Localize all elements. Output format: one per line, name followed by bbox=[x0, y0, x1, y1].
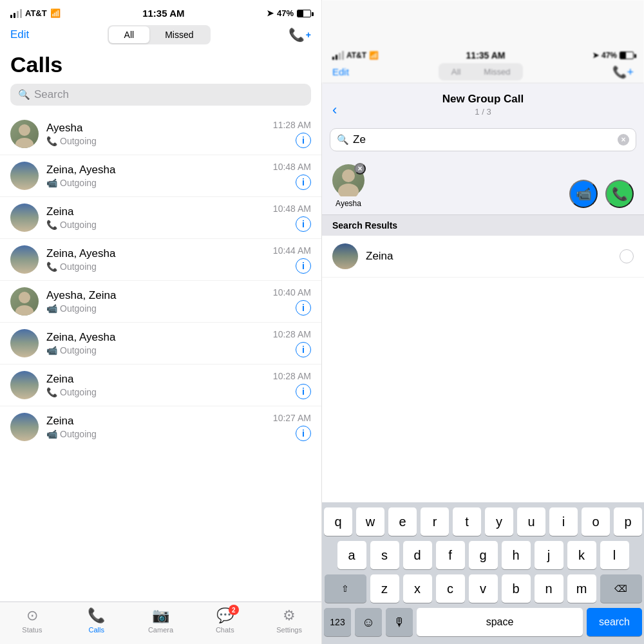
call-type: 📹 Outgoing bbox=[46, 429, 265, 439]
selected-contact-name: Ayesha bbox=[336, 199, 361, 208]
search-key[interactable]: search bbox=[587, 608, 642, 636]
audio-call-button[interactable]: 📞 bbox=[605, 180, 634, 208]
call-direction: Outgoing bbox=[60, 303, 97, 314]
call-time: 11:28 AM bbox=[273, 120, 311, 130]
edit-button[interactable]: Edit bbox=[10, 28, 29, 41]
key-g[interactable]: g bbox=[469, 541, 498, 569]
video-call-icon: 📹 bbox=[576, 186, 592, 202]
call-meta: 10:44 AM i bbox=[273, 245, 311, 274]
key-m[interactable]: m bbox=[567, 574, 596, 603]
info-button[interactable]: i bbox=[296, 300, 311, 316]
tab-calls[interactable]: 📞 Calls bbox=[64, 607, 129, 634]
call-time: 10:40 AM bbox=[273, 287, 311, 298]
table-row: Zeina 📞 Outgoing 10:48 AM i bbox=[0, 197, 321, 239]
key-l[interactable]: l bbox=[600, 541, 629, 569]
contact-name: Zeina, Ayesha bbox=[46, 247, 265, 260]
info-button[interactable]: i bbox=[296, 133, 311, 148]
wifi-icon: 📶 bbox=[50, 8, 61, 18]
info-button[interactable]: i bbox=[296, 258, 311, 274]
call-info: Zeina, Ayesha 📹 Outgoing bbox=[46, 331, 265, 355]
key-j[interactable]: j bbox=[535, 541, 564, 569]
key-b[interactable]: b bbox=[502, 574, 531, 603]
search-icon: 🔍 bbox=[18, 89, 30, 100]
key-d[interactable]: d bbox=[403, 541, 432, 569]
mic-key[interactable]: 🎙 bbox=[386, 608, 413, 636]
key-f[interactable]: f bbox=[436, 541, 465, 569]
key-r[interactable]: r bbox=[421, 507, 449, 536]
call-info: Zeina 📹 Outgoing bbox=[46, 415, 265, 439]
status-icon: ⊙ bbox=[26, 607, 38, 624]
calls-list: Ayesha 📞 Outgoing 11:28 AM i Zeina, Ayes… bbox=[0, 113, 321, 601]
call-info: Zeina 📞 Outgoing bbox=[46, 205, 265, 230]
key-o[interactable]: o bbox=[582, 507, 610, 536]
key-e[interactable]: e bbox=[388, 507, 417, 536]
call-type: 📞 Outgoing bbox=[46, 220, 265, 230]
select-contact-radio[interactable] bbox=[620, 249, 634, 263]
key-x[interactable]: x bbox=[403, 574, 432, 603]
table-row: Ayesha 📞 Outgoing 11:28 AM i bbox=[0, 113, 321, 155]
battery-icon bbox=[297, 10, 311, 17]
key-v[interactable]: v bbox=[469, 574, 498, 603]
key-p[interactable]: p bbox=[614, 507, 642, 536]
tab-settings[interactable]: ⚙ Settings bbox=[257, 607, 321, 634]
key-y[interactable]: y bbox=[485, 507, 513, 536]
blur-status-bar: AT&T 📶 11:35 AM ➤ 47% bbox=[322, 43, 644, 61]
key-u[interactable]: u bbox=[517, 507, 545, 536]
info-button[interactable]: i bbox=[296, 216, 311, 232]
avatar bbox=[10, 120, 39, 148]
info-button[interactable]: i bbox=[296, 426, 311, 441]
tab-settings-label: Settings bbox=[276, 626, 302, 634]
chats-badge: 2 bbox=[229, 605, 239, 615]
tab-status[interactable]: ⊙ Status bbox=[0, 607, 64, 634]
call-info: Zeina, Ayesha 📞 Outgoing bbox=[46, 247, 265, 272]
back-button[interactable]: ‹ bbox=[332, 102, 337, 118]
search-input[interactable]: Ze bbox=[353, 133, 614, 146]
clear-search-button[interactable]: × bbox=[618, 134, 629, 146]
key-t[interactable]: t bbox=[453, 507, 481, 536]
space-key[interactable]: space bbox=[417, 608, 583, 636]
delete-key[interactable]: ⌫ bbox=[600, 574, 642, 603]
blur-carrier: AT&T bbox=[346, 51, 366, 60]
phone-type-icon: 📞 bbox=[46, 220, 57, 230]
key-a[interactable]: a bbox=[337, 541, 366, 569]
list-item[interactable]: Zeina bbox=[322, 236, 644, 278]
remove-contact-button[interactable]: × bbox=[354, 163, 366, 175]
table-row: Zeina, Ayesha 📹 Outgoing 10:28 AM i bbox=[0, 323, 321, 365]
call-type: 📞 Outgoing bbox=[46, 387, 265, 397]
add-call-button[interactable]: 📞 + bbox=[289, 27, 311, 43]
call-info: Zeina, Ayesha 📹 Outgoing bbox=[46, 164, 265, 188]
search-icon: 🔍 bbox=[337, 134, 349, 146]
key-q[interactable]: q bbox=[324, 507, 352, 536]
search-bar[interactable]: 🔍 Search bbox=[10, 84, 311, 106]
table-row: Ayesha, Zeina 📹 Outgoing 10:40 AM i bbox=[0, 281, 321, 323]
blur-overlay: AT&T 📶 11:35 AM ➤ 47% Edit All Missed 📞+ bbox=[322, 0, 644, 84]
tab-chats[interactable]: 💬 2 Chats bbox=[193, 607, 257, 634]
numbers-key[interactable]: 123 bbox=[324, 608, 351, 636]
key-z[interactable]: z bbox=[370, 574, 399, 603]
call-direction: Outgoing bbox=[60, 178, 97, 188]
key-n[interactable]: n bbox=[535, 574, 564, 603]
svg-point-1 bbox=[15, 138, 33, 148]
shift-key[interactable]: ⇧ bbox=[325, 574, 366, 603]
tab-camera[interactable]: 📷 Camera bbox=[129, 607, 193, 634]
info-button[interactable]: i bbox=[296, 342, 311, 357]
missed-tab[interactable]: Missed bbox=[149, 26, 209, 43]
svg-point-3 bbox=[15, 305, 33, 316]
key-c[interactable]: c bbox=[436, 574, 465, 603]
call-action-buttons: 📹 📞 bbox=[569, 180, 634, 208]
key-s[interactable]: s bbox=[370, 541, 399, 569]
search-input-container[interactable]: 🔍 Ze × bbox=[330, 128, 636, 151]
emoji-key[interactable]: ☺ bbox=[355, 608, 382, 636]
key-h[interactable]: h bbox=[502, 541, 531, 569]
all-tab[interactable]: All bbox=[109, 26, 150, 43]
key-i[interactable]: i bbox=[549, 507, 578, 536]
call-time: 10:44 AM bbox=[273, 245, 311, 256]
video-call-button[interactable]: 📹 bbox=[569, 180, 598, 208]
info-button[interactable]: i bbox=[296, 175, 311, 190]
key-w[interactable]: w bbox=[356, 507, 384, 536]
key-k[interactable]: k bbox=[567, 541, 596, 569]
page-title: Calls bbox=[0, 50, 321, 84]
info-button[interactable]: i bbox=[296, 384, 311, 399]
svg-point-4 bbox=[342, 169, 355, 182]
search-placeholder: Search bbox=[34, 88, 69, 101]
